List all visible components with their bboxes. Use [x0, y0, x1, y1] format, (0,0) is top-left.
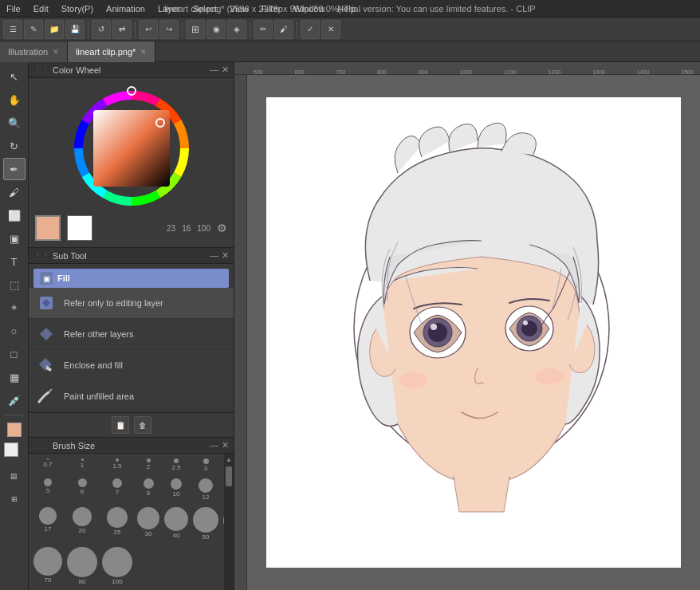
- sub-tool-delete-btn[interactable]: 🗑: [134, 416, 151, 434]
- brush-size-item-50[interactable]: 50: [191, 505, 220, 544]
- tool-eyedrop[interactable]: 💉: [3, 389, 26, 411]
- tool-select[interactable]: ⬚: [3, 273, 26, 296]
- brush-label-30: 30: [145, 530, 152, 537]
- sub-tool-add-btn[interactable]: 📋: [112, 416, 129, 434]
- toolbar-brush1-icon[interactable]: ✏: [254, 20, 273, 39]
- brush-size-item-70[interactable]: 70: [32, 545, 64, 587]
- menu-edit[interactable]: Edit: [27, 2, 55, 15]
- brush-size-header: ⋮⋮ Brush Size — ✕: [29, 438, 234, 454]
- toolbar-brush2-icon[interactable]: 🖌: [274, 20, 293, 39]
- brush-label-17: 17: [45, 525, 52, 533]
- brush-size-item-25[interactable]: 25: [100, 505, 134, 544]
- tool-shape[interactable]: ○: [3, 320, 26, 342]
- title-info: lineart clip.png* (2596 x 2178px 96dpi 5…: [164, 0, 535, 18]
- brush-size-minimize[interactable]: —: [210, 440, 218, 450]
- tab-lineart-close[interactable]: ✕: [140, 48, 147, 56]
- scroll-thumb[interactable]: [226, 466, 232, 486]
- brush-size-item-5[interactable]: 5: [32, 477, 64, 504]
- brush-size-item-100[interactable]: 100: [100, 545, 134, 587]
- brush-size-item-20[interactable]: 20: [65, 505, 99, 544]
- color-wheel-settings[interactable]: ⚙: [217, 222, 227, 234]
- scroll-up-btn[interactable]: ▲: [226, 455, 232, 465]
- tool-arrow[interactable]: ↖: [3, 65, 26, 88]
- brush-size-item-30[interactable]: 30: [136, 505, 161, 544]
- toolbar-menu-icon[interactable]: ☰: [3, 20, 22, 39]
- enclose-fill-label: Enclose and fill: [64, 360, 123, 370]
- tool-option-refer-other[interactable]: Refer other layers: [29, 319, 234, 350]
- brush-size-scroll-area[interactable]: ▲ 0.711.522.5345678101215172025304050607…: [29, 454, 234, 590]
- toolbar-new-icon[interactable]: ✎: [24, 20, 43, 39]
- brush-size-item-10[interactable]: 10: [163, 477, 190, 504]
- ruler-tick-600: 600: [295, 69, 305, 75]
- tab-lineart[interactable]: lineart clip.png* ✕: [68, 41, 155, 62]
- menu-file[interactable]: File: [0, 2, 27, 15]
- tool-gradient[interactable]: ▦: [3, 366, 26, 388]
- color-wheel-close[interactable]: ✕: [222, 65, 229, 75]
- tool-pen[interactable]: ✒: [3, 158, 26, 180]
- toolbar: ☰ ✎ 📁 💾 ↺ ⇄ ↩ ↪ ⊞ ◉ ◈ ✏ 🖌 ✓ ✕: [0, 18, 700, 41]
- toolbar-save-icon[interactable]: 💾: [65, 20, 85, 39]
- tool-rect[interactable]: □: [3, 343, 26, 365]
- brush-label-0.7: 0.7: [43, 461, 52, 468]
- tool-fill[interactable]: ▣: [3, 227, 26, 250]
- toolbar-redo-icon[interactable]: ↪: [159, 20, 179, 39]
- sub-tool-close[interactable]: ✕: [222, 250, 229, 261]
- brush-circle-10: [171, 478, 182, 490]
- brush-size-item-6[interactable]: 6: [65, 477, 99, 504]
- tool-zoom[interactable]: 🔍: [3, 112, 26, 134]
- tool-color-bg[interactable]: [3, 442, 26, 464]
- brush-size-item-80[interactable]: 80: [65, 545, 99, 587]
- canvas-drawing[interactable]: [266, 97, 681, 568]
- brush-size-item-2.5[interactable]: 2.5: [163, 457, 190, 475]
- brush-size-item-0.7[interactable]: 0.7: [32, 457, 64, 475]
- toolbar-color1-icon[interactable]: ◉: [206, 20, 226, 39]
- tab-illustration[interactable]: Illustration ✕: [0, 41, 68, 62]
- fg-color-preview[interactable]: [35, 215, 61, 241]
- tab-lineart-label: lineart clip.png*: [76, 47, 136, 57]
- brush-size-item-1.5[interactable]: 1.5: [100, 457, 134, 475]
- brush-size-item-40[interactable]: 40: [163, 505, 190, 544]
- toolbar-open-icon[interactable]: 📁: [45, 20, 64, 39]
- tool-eraser[interactable]: ⬜: [3, 204, 26, 226]
- tab-illustration-close[interactable]: ✕: [53, 48, 59, 56]
- brush-circle-6: [78, 478, 87, 487]
- toolbar-sep5: [297, 22, 297, 37]
- tool-option-enclose-fill[interactable]: Enclose and fill: [29, 350, 234, 381]
- color-wheel-minimize[interactable]: —: [210, 65, 218, 75]
- sub-tool-minimize[interactable]: —: [210, 250, 218, 261]
- toolbar-check-icon[interactable]: ✓: [301, 20, 320, 39]
- brush-size-item-12[interactable]: 12: [191, 477, 220, 504]
- tool-extra[interactable]: ⊞: [3, 488, 26, 510]
- toolbar-x-icon[interactable]: ✕: [321, 20, 340, 39]
- toolbar-rotate-icon[interactable]: ↺: [92, 20, 111, 39]
- color-wheel-title: Color Wheel: [53, 65, 101, 75]
- toolbar-flip-icon[interactable]: ⇄: [112, 20, 132, 39]
- toolbar-color2-icon[interactable]: ◈: [227, 20, 246, 39]
- brush-size-item-8[interactable]: 8: [136, 477, 161, 504]
- toolbar-undo-icon[interactable]: ↩: [139, 20, 158, 39]
- brush-size-item-1[interactable]: 1: [65, 457, 99, 475]
- brush-circle-8: [144, 478, 154, 489]
- refer-other-icon: [35, 323, 57, 345]
- menu-story[interactable]: Story(P): [55, 2, 100, 15]
- menu-animation[interactable]: Animation: [100, 2, 151, 15]
- brush-size-item-7[interactable]: 7: [100, 477, 134, 504]
- main-layout: ↖ ✋ 🔍 ↻ ✒ 🖌 ⬜ ▣ T ⬚ ⌖ ○ □ ▦ 💉 ▤ ⊞ ⋮⋮: [0, 62, 700, 590]
- brush-size-close[interactable]: ✕: [222, 440, 229, 450]
- tool-text[interactable]: T: [3, 250, 26, 273]
- tool-color-fg[interactable]: [3, 419, 26, 441]
- brush-size-item-3[interactable]: 3: [191, 457, 220, 475]
- tool-hand[interactable]: ✋: [3, 88, 26, 111]
- brush-size-item-2[interactable]: 2: [136, 457, 161, 475]
- ruler-horizontal: 5006007008009001000110012001300140015001…: [234, 62, 700, 75]
- toolbar-grid-icon[interactable]: ⊞: [186, 20, 205, 39]
- tool-lasso[interactable]: ⌖: [3, 297, 26, 319]
- tool-palette[interactable]: ▤: [3, 465, 26, 487]
- color-wheel-svg[interactable]: [68, 85, 195, 212]
- tool-option-paint-unfilled[interactable]: Paint unfilled area: [29, 381, 234, 412]
- brush-size-item-17[interactable]: 17: [32, 505, 64, 544]
- tool-brush[interactable]: 🖌: [3, 181, 26, 203]
- tool-rotate[interactable]: ↻: [3, 135, 26, 157]
- bg-color-preview[interactable]: [67, 215, 92, 241]
- tool-option-refer-editing[interactable]: Refer only to editing layer: [29, 288, 234, 319]
